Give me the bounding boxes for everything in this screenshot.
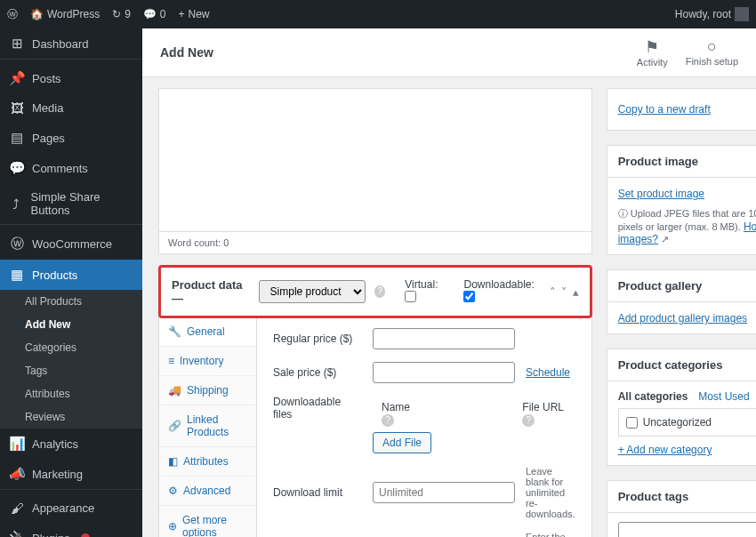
avatar [735,7,749,21]
product-categories-title: Product categories [618,358,723,372]
dashboard-icon: ⊞ [9,36,25,52]
set-product-image-link[interactable]: Set product image [618,188,704,200]
menu-simple-share[interactable]: ⤴Simple Share Buttons [0,183,142,224]
editor-textarea[interactable] [159,89,591,231]
menu-media[interactable]: 🖾Media [0,93,142,123]
uncategorized-checkbox[interactable] [626,417,638,429]
download-limit-help: Leave blank for unlimited re-downloads. [526,466,575,519]
virtual-checkbox-label[interactable]: Virtual: [405,278,447,305]
regular-price-label: Regular price ($) [273,333,362,345]
comments-count[interactable]: 💬 0 [143,8,166,20]
tags-input[interactable] [618,522,756,537]
product-type-select[interactable]: Simple product [259,280,366,303]
menu-posts[interactable]: 📌Posts [0,63,142,93]
marketing-icon: 📣 [9,466,25,482]
share-icon: ⤴ [9,196,24,212]
tab-general[interactable]: 🔧 General [159,317,256,347]
add-new-category-link[interactable]: + Add new category [618,444,756,456]
product-tags-box: Product tags ˄˅▴ Add Separate tags with … [607,480,756,537]
submenu-reviews[interactable]: Reviews [0,405,142,429]
menu-comments[interactable]: 💬Comments [0,153,142,183]
tab-inventory[interactable]: ≡ Inventory [159,347,256,376]
wp-logo-icon[interactable]: ⓦ [7,7,18,22]
tab-most-used[interactable]: Most Used [698,390,749,403]
products-submenu: All Products Add New Categories Tags Att… [0,290,142,429]
pin-icon: 📌 [9,70,25,86]
copy-to-draft-link[interactable]: Copy to a new draft [618,103,711,116]
add-gallery-images-link[interactable]: Add product gallery images [618,312,747,325]
products-icon: ▦ [9,267,25,283]
chevron-up-icon[interactable]: ˄ [550,285,556,299]
product-data-title: Product data — [172,278,250,305]
product-categories-box: Product categories ˄˅▴ All categories Mo… [607,349,756,466]
tab-get-more[interactable]: ⊕ Get more options [159,506,256,537]
word-count: Word count: 0 [159,231,591,253]
help-icon[interactable]: ? [382,414,394,427]
external-icon: ↗ [661,234,669,244]
submenu-tags[interactable]: Tags [0,359,142,382]
content-editor: Word count: 0 [158,88,592,254]
updates-count[interactable]: ↻ 9 [112,8,131,20]
download-limit-label: Download limit [273,486,362,499]
menu-analytics[interactable]: 📊Analytics [0,429,142,459]
plugin-icon: 🔌 [9,530,25,537]
circle-icon: ○ [686,37,738,56]
admin-sidebar: ⊞Dashboard 📌Posts 🖾Media ▤Pages 💬Comment… [0,28,142,537]
product-image-box: Product image ˄˅▴ Set product image ⓘ Up… [607,145,756,255]
product-gallery-box: Product gallery ˄˅▴ Add product gallery … [607,269,756,334]
file-url-header: File URL ? [522,401,566,427]
menu-pages[interactable]: ▤Pages [0,123,142,153]
menu-woocommerce[interactable]: ⓦWooCommerce [0,228,142,260]
tab-linked[interactable]: 🔗 Linked Products [159,405,256,447]
product-image-title: Product image [618,155,698,168]
plugin-update-dot [81,533,90,537]
finish-setup-button[interactable]: ○Finish setup [686,37,738,68]
admin-bar: ⓦ 🏠 WordPress ↻ 9 💬 0 + New Howdy, root [0,0,756,28]
page-title: Add New [160,45,213,60]
help-icon[interactable]: ? [374,285,386,298]
menu-plugins[interactable]: 🔌Plugins [0,523,142,537]
submenu-all-products[interactable]: All Products [0,290,142,313]
woocommerce-icon: ⓦ [9,236,25,252]
tab-advanced[interactable]: ⚙ Advanced [159,477,256,506]
analytics-icon: 📊 [9,436,25,452]
product-tags-title: Product tags [618,490,688,503]
downloadable-checkbox-label[interactable]: Downloadable: [463,278,540,305]
chevron-down-icon[interactable]: ˅ [561,285,567,299]
virtual-checkbox[interactable] [405,291,416,302]
page-icon: ▤ [9,130,25,146]
product-data-header: Product data — Simple product ? Virtual:… [158,265,592,318]
activity-button[interactable]: ⚑Activity [637,37,668,68]
menu-marketing[interactable]: 📣Marketing [0,459,142,489]
regular-price-input[interactable] [373,328,515,349]
submenu-add-new[interactable]: Add New [0,313,142,336]
image-hint-text: Upload JPEG files that are 1000 x 1000 p… [618,208,756,232]
add-file-button[interactable]: Add File [373,432,431,453]
file-name-header: Name ? [382,401,415,427]
downloadable-checkbox[interactable] [463,291,475,302]
uncategorized-label: Uncategorized [643,416,712,429]
howdy-user[interactable]: Howdy, root [675,7,749,21]
product-data-body: 🔧 General ≡ Inventory 🚚 Shipping 🔗 Linke… [158,317,592,537]
menu-products[interactable]: ▦Products [0,260,142,290]
sale-price-input[interactable] [373,362,515,383]
download-limit-input[interactable] [373,482,515,503]
menu-dashboard[interactable]: ⊞Dashboard [0,28,142,59]
media-icon: 🖾 [9,100,25,116]
new-content[interactable]: + New [179,8,210,20]
comment-icon: 💬 [9,160,25,176]
schedule-link[interactable]: Schedule [526,366,570,379]
submenu-categories[interactable]: Categories [0,336,142,359]
publish-box: Copy to a new draft Publish [607,88,756,131]
caret-up-icon[interactable]: ▴ [573,285,579,299]
submenu-attributes[interactable]: Attributes [0,382,142,405]
product-gallery-title: Product gallery [618,279,703,293]
tab-attributes[interactable]: ◧ Attributes [159,447,256,477]
tab-shipping[interactable]: 🚚 Shipping [159,376,256,405]
help-icon[interactable]: ? [522,414,535,427]
tab-all-categories[interactable]: All categories [618,390,688,403]
site-name[interactable]: 🏠 WordPress [30,8,100,20]
downloadable-files-label: Downloadable files [273,396,362,421]
sale-price-label: Sale price ($) [273,366,362,379]
menu-appearance[interactable]: 🖌Appearance [0,493,142,523]
